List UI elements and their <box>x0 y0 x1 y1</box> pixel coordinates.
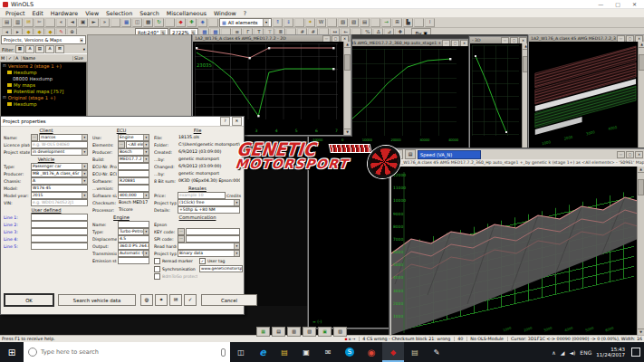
scroll-up-icon[interactable]: ▲ <box>639 42 644 48</box>
close-icon[interactable]: ✕ <box>341 35 349 42</box>
field-label[interactable]: Line 3: <box>4 230 30 234</box>
2d-map-chart[interactable] <box>195 43 338 119</box>
toolbar-icon[interactable]: ⇑ <box>273 18 283 27</box>
field-value[interactable] <box>31 228 88 235</box>
field-value[interactable]: 2015 <box>31 192 88 199</box>
filter-icon[interactable]: A <box>25 45 34 53</box>
microphone-icon[interactable] <box>221 348 226 357</box>
field-value[interactable]: Tricore <box>118 207 149 213</box>
field-label[interactable]: Line 4: <box>4 237 30 242</box>
taskbar-app-button[interactable]: ✉ <box>317 342 339 362</box>
chevron-down-icon[interactable]: ▾ <box>83 47 85 52</box>
toolbar-icon[interactable] <box>294 18 304 27</box>
field-value[interactable] <box>31 214 88 221</box>
toolbar-icon[interactable]: ▙ <box>403 18 413 27</box>
action-center-icon[interactable] <box>631 348 640 357</box>
scrollbar-thumb[interactable] <box>639 54 644 71</box>
field-value[interactable] <box>118 163 149 170</box>
tree-item[interactable]: Versions 2 (stage 1 +) <box>1 62 86 69</box>
field-value[interactable]: MB _W176_A class_45r <box>31 170 88 177</box>
field-value[interactable]: +50hp & +80 NM <box>178 206 240 214</box>
taskbar-search[interactable]: Type here to search <box>24 342 230 362</box>
column-header[interactable]: Size <box>73 56 87 61</box>
toolbar-icon[interactable]: « <box>56 18 66 27</box>
toolbar-icon[interactable]: → <box>381 18 391 27</box>
maximize-icon[interactable]: ▢ <box>332 35 340 42</box>
tree-item[interactable]: Original (stage 1 +) <box>1 94 86 100</box>
tree-item[interactable]: 08000 Hexdump <box>1 75 86 81</box>
toolbar-icon[interactable]: ✂ <box>34 18 44 27</box>
menu-item[interactable]: Window <box>210 10 240 16</box>
menu-item[interactable]: ? <box>240 10 250 16</box>
menu-item[interactable]: View <box>82 10 102 16</box>
minimized-window-button[interactable]: ▨ <box>333 327 347 337</box>
toolbar-icon[interactable]: ⊞ <box>392 18 402 27</box>
toolbar-icon[interactable]: ▤ <box>2 18 12 27</box>
field-value[interactable]: 400,000 <box>118 192 149 199</box>
close-icon[interactable]: ✕ <box>635 35 643 42</box>
column-header[interactable]: A <box>14 56 22 61</box>
minimize-icon[interactable]: — <box>617 151 625 158</box>
close-icon[interactable]: ✕ <box>635 151 643 158</box>
tray-chevron-icon[interactable]: ∧ <box>552 349 555 356</box>
3d-comparison-view[interactable]: 1000 2000 3000 4000 <box>530 43 638 155</box>
menu-item[interactable]: Miscellaneous <box>163 10 210 16</box>
scrollbar-thumb[interactable] <box>638 179 644 195</box>
dialog-tool-icon[interactable]: ◍ <box>140 294 153 306</box>
taskbar-app-button[interactable]: ◆ <box>382 342 404 362</box>
synchronisation-checkbox[interactable]: Synchronisation <box>154 265 197 272</box>
field-value[interactable]: Passenger car <box>31 163 88 170</box>
field-value[interactable]: W176 45 <box>31 185 88 192</box>
ellipsis-button[interactable] <box>118 141 125 148</box>
minimize-icon[interactable]: — <box>501 37 509 43</box>
dialog-tool-icon[interactable]: ✦ <box>155 294 168 306</box>
toolbar-icon[interactable]: ► <box>89 18 99 27</box>
ellipsis-button[interactable] <box>178 228 185 235</box>
field-value[interactable]: in development <box>31 148 88 156</box>
filter-icon[interactable]: A <box>45 45 54 53</box>
field-value[interactable]: Engine <box>118 134 149 141</box>
scroll-up-icon[interactable]: ▲ <box>344 42 351 48</box>
toolbar-icon[interactable] <box>414 18 424 27</box>
toolbar-icon[interactable]: ▨ <box>349 18 359 27</box>
field-label[interactable]: Line 2: <box>4 223 30 227</box>
column-header[interactable]: M <box>0 56 7 61</box>
reread-marker-checkbox[interactable]: Reread marker <box>154 258 197 264</box>
filter-icon[interactable]: ⊞ <box>55 45 64 53</box>
start-button[interactable]: ⊞ <box>0 342 24 362</box>
maximize-icon[interactable]: ▢ <box>615 1 620 7</box>
field-label[interactable]: Line 5: <box>4 244 30 249</box>
close-icon[interactable]: ✕ <box>460 40 468 46</box>
maximize-icon[interactable]: ▢ <box>626 35 634 42</box>
tree-scope-dropdown[interactable]: Projects, Versions & Maps ▾ <box>1 35 86 44</box>
field-value[interactable] <box>31 243 88 250</box>
toolbar-icon[interactable]: » <box>100 18 110 27</box>
toolbar-icon[interactable]: W <box>316 18 326 27</box>
language-indicator[interactable]: ENG <box>580 349 591 356</box>
network-icon[interactable]: ◢ <box>561 349 565 356</box>
field-value[interactable] <box>118 185 149 192</box>
minimize-icon[interactable]: — <box>598 1 603 7</box>
menu-item[interactable]: Search <box>136 10 163 16</box>
tree-item[interactable]: My maps <box>1 81 86 88</box>
menu-item[interactable]: Hardware <box>47 10 82 16</box>
scroll-down-icon[interactable]: ▼ <box>638 329 644 335</box>
window-titlebar[interactable]: 1A2_W176_A class 45 AMG_MED17.7.2 - 2D —… <box>193 35 351 42</box>
minimize-icon[interactable]: — <box>322 35 331 42</box>
close-icon[interactable]: ✕ <box>232 117 242 126</box>
axis-name-input[interactable]: Speed (VA_N) <box>418 150 481 159</box>
minimized-window-button[interactable]: ▣ <box>318 327 332 337</box>
toolbar-icon[interactable]: ✚ <box>187 18 197 27</box>
field-value[interactable] <box>186 228 240 235</box>
3d-map-view[interactable]: 1200011000100009000800070006000500040003… <box>391 167 638 335</box>
ellipsis-button[interactable] <box>31 134 38 141</box>
toolbar-icon[interactable]: ▦ <box>121 18 131 27</box>
field-label[interactable]: Line 1: <box>4 215 30 220</box>
field-value[interactable]: marcos <box>39 134 88 141</box>
vertical-scrollbar[interactable]: ▲ ▼ <box>638 42 644 157</box>
field-value[interactable]: A <box>31 177 88 185</box>
minimized-window-button[interactable]: ▧ <box>303 327 316 337</box>
field-value[interactable]: 360.0 PS 264.8 kW <box>118 243 149 250</box>
field-value[interactable]: MED17.7.2 <box>118 156 149 163</box>
field-value[interactable] <box>178 222 240 227</box>
